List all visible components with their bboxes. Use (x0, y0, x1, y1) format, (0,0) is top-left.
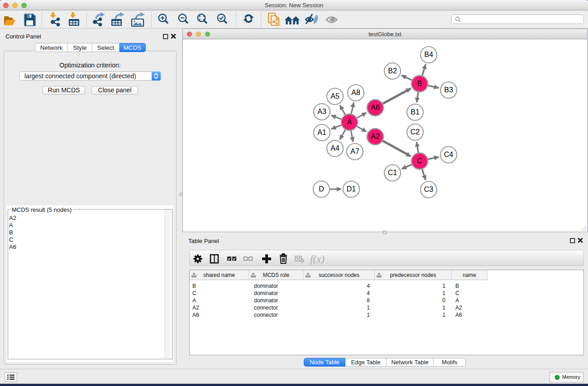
svg-text:C1: C1 (388, 169, 397, 176)
svg-text:A5: A5 (330, 92, 339, 100)
svg-text:A6: A6 (371, 104, 380, 111)
svg-text:A: A (347, 118, 352, 126)
svg-text:A4: A4 (330, 144, 339, 152)
svg-text:A7: A7 (350, 148, 359, 155)
svg-text:C4: C4 (444, 151, 454, 158)
svg-text:D1: D1 (347, 185, 356, 193)
svg-text:D: D (319, 185, 324, 193)
svg-text:B4: B4 (424, 51, 433, 58)
svg-text:B: B (417, 80, 422, 87)
svg-text:A1: A1 (317, 129, 326, 136)
svg-text:B1: B1 (411, 108, 420, 116)
svg-text:A2: A2 (371, 133, 380, 140)
svg-text:f(x): f(x) (310, 253, 325, 265)
svg-text:B2: B2 (388, 67, 397, 75)
svg-text:C3: C3 (424, 186, 434, 193)
svg-text:C2: C2 (411, 128, 420, 136)
svg-text:A8: A8 (351, 89, 360, 96)
svg-text:B3: B3 (444, 86, 453, 94)
svg-text:A3: A3 (317, 108, 326, 115)
svg-text:C: C (417, 157, 422, 165)
